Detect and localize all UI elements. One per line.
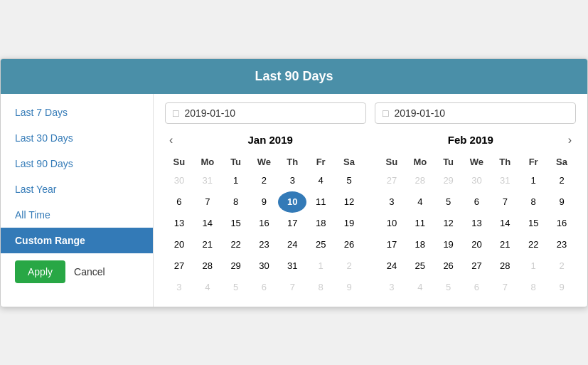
- calendar-day[interactable]: 8: [519, 277, 547, 298]
- calendar-day[interactable]: 25: [406, 255, 434, 277]
- calendar-day[interactable]: 10: [378, 213, 406, 234]
- calendar-day[interactable]: 9: [335, 277, 363, 298]
- calendar-day[interactable]: 26: [335, 234, 363, 255]
- calendar-day[interactable]: 28: [406, 170, 434, 191]
- calendar-day[interactable]: 6: [463, 191, 491, 213]
- calendar-day[interactable]: 3: [278, 170, 306, 191]
- calendar-day[interactable]: 7: [491, 191, 519, 213]
- calendar-day[interactable]: 24: [278, 234, 306, 255]
- calendar-day[interactable]: 27: [165, 255, 193, 277]
- sidebar-item-last-7-days[interactable]: Last 7 Days: [1, 100, 153, 125]
- weekday-header: Su: [165, 154, 193, 170]
- calendar-day[interactable]: 5: [434, 277, 463, 298]
- calendar-day[interactable]: 24: [378, 255, 406, 277]
- sidebar-item-custom-range[interactable]: Custom Range: [1, 228, 153, 253]
- calendar-day[interactable]: 4: [406, 191, 434, 213]
- calendar-day[interactable]: 14: [193, 213, 222, 234]
- calendar-day[interactable]: 2: [335, 255, 363, 277]
- calendar-day[interactable]: 19: [434, 234, 463, 255]
- calendar-day[interactable]: 5: [222, 277, 250, 298]
- calendar-day[interactable]: 17: [278, 213, 306, 234]
- calendar-day[interactable]: 30: [250, 255, 279, 277]
- calendar-day[interactable]: 11: [306, 191, 335, 213]
- calendar-day[interactable]: 1: [519, 170, 547, 191]
- calendar-day[interactable]: 30: [463, 170, 491, 191]
- calendar-day[interactable]: 16: [250, 213, 279, 234]
- calendar-day[interactable]: 18: [306, 213, 335, 234]
- calendar-day[interactable]: 12: [335, 191, 363, 213]
- calendar-day[interactable]: 8: [222, 191, 250, 213]
- calendar-day[interactable]: 1: [222, 170, 250, 191]
- sidebar-item-all-time[interactable]: All Time: [1, 202, 153, 228]
- calendar-day[interactable]: 8: [306, 277, 335, 298]
- calendar-day[interactable]: 5: [434, 191, 463, 213]
- calendar-day[interactable]: 17: [378, 234, 406, 255]
- apply-button[interactable]: Apply: [15, 260, 65, 283]
- calendar-day[interactable]: 3: [165, 277, 193, 298]
- calendar-day[interactable]: 31: [193, 170, 222, 191]
- start-date-input[interactable]: [184, 107, 358, 119]
- calendar-day[interactable]: 2: [547, 255, 576, 277]
- calendar-day[interactable]: 6: [165, 191, 193, 213]
- calendar-day[interactable]: 15: [519, 213, 547, 234]
- jan-prev-button[interactable]: ‹: [165, 134, 177, 147]
- calendar-day[interactable]: 25: [306, 234, 335, 255]
- calendar-day[interactable]: 7: [193, 191, 222, 213]
- calendar-day[interactable]: 7: [278, 277, 306, 298]
- calendar-day[interactable]: 8: [519, 191, 547, 213]
- calendar-day[interactable]: 7: [491, 277, 519, 298]
- calendar-day[interactable]: 6: [463, 277, 491, 298]
- calendar-day[interactable]: 1: [519, 255, 547, 277]
- calendar-day[interactable]: 4: [193, 277, 222, 298]
- calendar-day[interactable]: 30: [165, 170, 193, 191]
- end-date-input[interactable]: [394, 107, 568, 119]
- calendar-day[interactable]: 1: [306, 255, 335, 277]
- cancel-button[interactable]: Cancel: [74, 266, 105, 277]
- calendar-day[interactable]: 15: [222, 213, 250, 234]
- weekday-header: We: [250, 154, 279, 170]
- calendar-day[interactable]: 27: [463, 255, 491, 277]
- calendar-day[interactable]: 31: [278, 255, 306, 277]
- calendar-day[interactable]: 23: [250, 234, 279, 255]
- sidebar-item-last-year[interactable]: Last Year: [1, 176, 153, 202]
- start-date-wrapper: □: [165, 102, 366, 124]
- calendar-day[interactable]: 12: [434, 213, 463, 234]
- calendar-day[interactable]: 27: [378, 170, 406, 191]
- calendar-day[interactable]: 31: [491, 170, 519, 191]
- calendar-day[interactable]: 22: [519, 234, 547, 255]
- calendar-day[interactable]: 9: [547, 191, 576, 213]
- weekday-header: We: [463, 154, 491, 170]
- calendar-day[interactable]: 21: [193, 234, 222, 255]
- calendar-day[interactable]: 2: [250, 170, 279, 191]
- calendar-day[interactable]: 20: [165, 234, 193, 255]
- calendar-day[interactable]: 10: [278, 191, 306, 213]
- calendar-day[interactable]: 22: [222, 234, 250, 255]
- calendar-day[interactable]: 20: [463, 234, 491, 255]
- calendar-day[interactable]: 29: [222, 255, 250, 277]
- calendar-day[interactable]: 21: [491, 234, 519, 255]
- calendar-day[interactable]: 6: [250, 277, 279, 298]
- calendar-day[interactable]: 23: [547, 234, 576, 255]
- calendar-day[interactable]: 19: [335, 213, 363, 234]
- calendar-day[interactable]: 2: [547, 170, 576, 191]
- calendar-day[interactable]: 18: [406, 234, 434, 255]
- calendar-day[interactable]: 4: [406, 277, 434, 298]
- feb-next-button[interactable]: ›: [564, 134, 576, 147]
- calendar-day[interactable]: 9: [250, 191, 279, 213]
- calendar-day[interactable]: 11: [406, 213, 434, 234]
- calendar-day[interactable]: 29: [434, 170, 463, 191]
- calendar-day[interactable]: 9: [547, 277, 576, 298]
- sidebar-item-last-90-days[interactable]: Last 90 Days: [1, 151, 153, 176]
- calendar-day[interactable]: 28: [491, 255, 519, 277]
- calendar-day[interactable]: 4: [306, 170, 335, 191]
- calendar-day[interactable]: 13: [165, 213, 193, 234]
- sidebar-item-last-30-days[interactable]: Last 30 Days: [1, 125, 153, 151]
- calendar-day[interactable]: 13: [463, 213, 491, 234]
- calendar-day[interactable]: 3: [378, 277, 406, 298]
- calendar-day[interactable]: 16: [547, 213, 576, 234]
- calendar-day[interactable]: 26: [434, 255, 463, 277]
- calendar-day[interactable]: 14: [491, 213, 519, 234]
- calendar-day[interactable]: 3: [378, 191, 406, 213]
- calendar-day[interactable]: 28: [193, 255, 222, 277]
- calendar-day[interactable]: 5: [335, 170, 363, 191]
